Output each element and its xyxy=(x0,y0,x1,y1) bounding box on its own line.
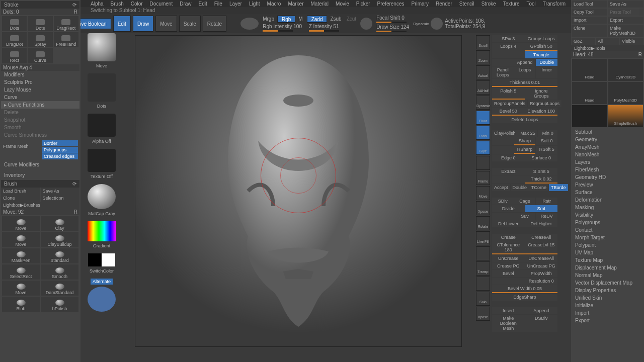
view-transp[interactable]: Transp xyxy=(476,261,490,276)
view-move[interactable]: Move xyxy=(476,186,490,200)
elevation-100[interactable]: Elevation 100 xyxy=(525,108,558,116)
gizmo-icon[interactable] xyxy=(431,18,443,30)
section-texture-map[interactable]: Texture Map xyxy=(571,256,644,264)
goz-visible[interactable]: Visible xyxy=(620,38,643,45)
load-tool[interactable]: Load Tool xyxy=(572,1,607,8)
[interactable] xyxy=(492,137,514,145)
section-modifiers[interactable]: Modifiers xyxy=(1,71,79,78)
uncreaseall[interactable]: UnCreaseAll xyxy=(525,255,558,262)
edgesharp[interactable]: EdgeSharp xyxy=(492,294,557,301)
menu-texture[interactable]: Texture xyxy=(503,1,520,6)
section-curve[interactable]: Curve xyxy=(1,94,79,101)
[interactable] xyxy=(492,146,514,154)
insert[interactable]: Insert xyxy=(492,307,525,314)
creaseall[interactable]: CreaseAll xyxy=(525,234,558,241)
head-slider[interactable]: Head: 48 xyxy=(573,52,594,57)
inventory[interactable]: Inventory xyxy=(1,171,79,179)
bevel-50[interactable]: Bevel 50 xyxy=(492,108,525,116)
section-fibermesh[interactable]: FiberMesh xyxy=(571,166,644,173)
section-sculptris-pro[interactable]: Sculptris Pro xyxy=(1,78,79,86)
brush-selectrect[interactable]: SelectRect xyxy=(2,264,40,280)
stroke-dots[interactable]: Dots xyxy=(28,16,52,31)
menu-color[interactable]: Color xyxy=(131,1,143,6)
spix-3[interactable]: SPix 3 xyxy=(492,35,525,42)
move-button[interactable]: Move xyxy=(155,16,177,32)
section-polygroups[interactable]: Polygroups xyxy=(571,219,644,226)
select-icon-button[interactable]: SelectIcon xyxy=(41,195,80,202)
rsoft-5[interactable]: RSoft 5 xyxy=(536,146,557,154)
section-normal-map[interactable]: Normal Map xyxy=(571,272,644,279)
section-geometry[interactable]: Geometry xyxy=(571,136,644,143)
menu-alpha[interactable]: Alpha xyxy=(91,1,104,6)
propwidth[interactable]: PropWidth xyxy=(525,270,558,277)
brush-smooth[interactable]: Smooth xyxy=(41,264,78,280)
[interactable] xyxy=(492,59,514,66)
section-masking[interactable]: Masking xyxy=(571,204,644,211)
brush-hpolish[interactable]: hPolish xyxy=(41,297,78,312)
thumb-empty[interactable] xyxy=(572,105,607,127)
m-label[interactable]: M xyxy=(296,16,304,23)
section-curve-functions[interactable]: ▸ Curve Functions xyxy=(1,101,79,109)
frame-mesh-button[interactable]: Frame Mesh xyxy=(2,140,40,160)
stroke-spray[interactable]: Spray xyxy=(28,32,52,47)
dsdiv[interactable]: DSDiv xyxy=(525,315,558,332)
section-contact[interactable]: Contact xyxy=(571,226,644,234)
stroke-header[interactable]: Stroke⟳ xyxy=(1,1,79,9)
clone-button[interactable]: Clone xyxy=(1,195,40,202)
navigator[interactable] xyxy=(88,287,116,312)
color-black[interactable] xyxy=(88,253,101,266)
thumb-simplebrush[interactable]: SimpleBrush xyxy=(608,105,643,127)
[interactable] xyxy=(492,213,514,220)
section-morph-target[interactable]: Morph Target xyxy=(571,234,644,241)
suv[interactable]: Suv xyxy=(514,213,536,220)
stroke-dragdot[interactable]: DragDot xyxy=(2,32,27,47)
view-frame[interactable]: Frame xyxy=(476,171,490,185)
menu-material[interactable]: Material xyxy=(311,1,329,6)
section-display-properties[interactable]: Display Properties xyxy=(571,287,644,294)
extract[interactable]: Extract xyxy=(492,168,525,175)
brush-move[interactable]: Move xyxy=(2,232,40,247)
edit-button[interactable]: Edit xyxy=(113,16,131,32)
view-icon16[interactable] xyxy=(476,277,490,291)
menu-macro[interactable]: Macro xyxy=(267,1,281,6)
menu-stencil[interactable]: Stencil xyxy=(459,1,474,6)
crease-pg[interactable]: Crease PG xyxy=(492,262,525,269)
rsharp[interactable]: RSharp xyxy=(514,146,536,154)
menu-file[interactable]: File xyxy=(214,1,222,6)
[interactable] xyxy=(492,51,525,58)
sdiv[interactable]: SDiv xyxy=(492,198,514,205)
chip-polygroups[interactable]: Polygroups xyxy=(42,147,78,153)
min-0[interactable]: Min 0 xyxy=(538,130,557,137)
stroke-curve[interactable]: Curve xyxy=(28,48,52,63)
zadd-button[interactable]: Zadd xyxy=(307,16,328,23)
make-polymesh[interactable]: Make PolyMesh3D xyxy=(608,25,643,37)
[interactable] xyxy=(492,278,525,285)
thickness-0-01[interactable]: Thickness 0.01 xyxy=(492,79,557,87)
lightbox-brushes[interactable]: Lightbox▶Brushes xyxy=(1,202,79,209)
switch-color[interactable]: SwitchColor xyxy=(90,268,114,274)
rgb-button[interactable]: Rgb xyxy=(277,16,295,23)
lightbox-tools[interactable]: Lightbox▶Tools xyxy=(571,45,644,51)
menu-preferences[interactable]: Preferences xyxy=(377,1,405,6)
draw-size-slider[interactable]: Draw Size 124 xyxy=(374,24,411,32)
menu-draw[interactable]: Draw xyxy=(180,1,191,6)
view-floor[interactable]: Floor xyxy=(476,111,490,125)
append[interactable]: Append xyxy=(514,59,536,66)
gpolish-50[interactable]: GPolish 50 xyxy=(525,43,558,51)
clone-tool[interactable]: Clone xyxy=(572,25,607,37)
brush-damstandard[interactable]: DamStandard xyxy=(41,281,78,296)
brush-standard[interactable]: Standard xyxy=(41,248,78,263)
brush-blob[interactable]: Blob xyxy=(2,297,40,312)
section-arraymesh[interactable]: ArrayMesh xyxy=(571,143,644,151)
cage[interactable]: Cage xyxy=(514,198,536,205)
export-tool[interactable]: Export xyxy=(608,17,643,24)
view-glyz[interactable]: Glyz xyxy=(476,141,490,155)
brush-clay[interactable]: Clay xyxy=(41,216,78,231)
section-initialize[interactable]: Initialize xyxy=(571,302,644,309)
brush-maskpen[interactable]: MaskPen xyxy=(2,248,40,263)
view-icon14[interactable] xyxy=(476,246,490,260)
triangle[interactable]: Triangle xyxy=(525,51,558,58)
section-import[interactable]: Import xyxy=(571,309,644,317)
section-geometry-hd[interactable]: Geometry HD xyxy=(571,173,644,181)
section-unified-skin[interactable]: Unified Skin xyxy=(571,294,644,302)
